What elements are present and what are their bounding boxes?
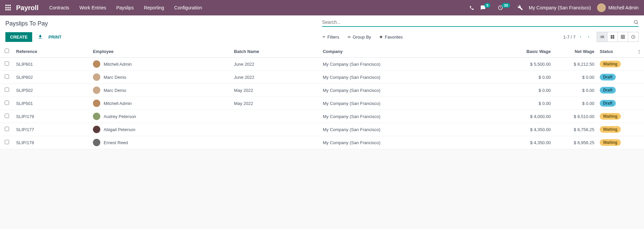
cell-basic-wage: $ 0.00: [503, 71, 553, 84]
cell-employee: Marc Demo: [93, 87, 229, 94]
cell-net-wage: $ 6,956.25: [553, 136, 597, 149]
debug-icon[interactable]: [518, 5, 523, 10]
menu-contracts[interactable]: Contracts: [49, 5, 69, 10]
row-checkbox[interactable]: [5, 127, 9, 131]
menu-payslips[interactable]: Payslips: [116, 5, 134, 10]
view-switcher: [597, 32, 639, 42]
col-reference[interactable]: Reference: [13, 45, 90, 58]
menu-configuration[interactable]: Configuration: [174, 5, 202, 10]
view-pivot-icon[interactable]: [618, 32, 628, 42]
cell-batch: June 2022: [231, 71, 320, 84]
employee-avatar-icon: [93, 139, 100, 146]
employee-name: Ernest Reed: [104, 140, 128, 145]
table-row[interactable]: SLIP601Mitchell AdminJune 2022My Company…: [0, 58, 644, 71]
list-icon: [347, 35, 351, 39]
cell-batch: [231, 136, 320, 149]
cell-net-wage: $ 0.00: [553, 71, 597, 84]
cell-net-wage: $ 6,510.00: [553, 110, 597, 123]
search-bar[interactable]: [322, 19, 639, 27]
groupby-button[interactable]: Group By: [347, 35, 371, 40]
pager-prev-icon[interactable]: [579, 35, 582, 39]
app-brand[interactable]: Payroll: [16, 4, 39, 12]
cell-batch: [231, 123, 320, 136]
cell-company: My Company (San Francisco): [320, 84, 503, 97]
cell-reference: SLIP501: [13, 97, 90, 110]
row-checkbox[interactable]: [5, 88, 9, 92]
messages-icon[interactable]: 5: [480, 5, 492, 10]
control-panel: Payslips To Pay CREATE PRINT Filters: [0, 15, 644, 45]
cell-company: My Company (San Francisco): [320, 58, 503, 71]
col-status[interactable]: Status: [597, 45, 634, 58]
cell-basic-wage: $ 5,500.00: [503, 58, 553, 71]
status-badge: Draft: [600, 87, 616, 94]
row-checkbox[interactable]: [5, 61, 9, 66]
cell-company: My Company (San Francisco): [320, 136, 503, 149]
col-net-wage[interactable]: Net Wage: [553, 45, 597, 58]
pager-text[interactable]: 1-7 / 7: [563, 35, 576, 40]
svg-rect-3: [613, 35, 614, 37]
download-icon[interactable]: [38, 34, 43, 40]
employee-avatar-icon: [93, 60, 100, 68]
phone-icon[interactable]: [469, 5, 474, 10]
cell-net-wage: $ 6,756.25: [553, 123, 597, 136]
search-input[interactable]: [322, 19, 633, 25]
cell-employee: Mitchell Admin: [93, 100, 229, 107]
col-batch[interactable]: Batch Name: [231, 45, 320, 58]
col-employee[interactable]: Employee: [90, 45, 231, 58]
cell-employee: Audrey Peterson: [93, 113, 229, 120]
cell-employee: Mitchell Admin: [93, 60, 229, 68]
nav-right: 5 30 My Company (San Francisco) Mitchell…: [469, 3, 639, 12]
employee-avatar-icon: [93, 73, 100, 81]
cell-basic-wage: $ 0.00: [503, 97, 553, 110]
column-options-icon[interactable]: ⋮: [634, 45, 644, 58]
row-checkbox[interactable]: [5, 114, 9, 118]
employee-name: Mitchell Admin: [104, 101, 132, 106]
col-basic-wage[interactable]: Basic Wage: [503, 45, 553, 58]
cell-company: My Company (San Francisco): [320, 97, 503, 110]
row-checkbox[interactable]: [5, 101, 9, 105]
view-kanban-icon[interactable]: [607, 32, 618, 42]
table-row[interactable]: SLIP/178Ernest ReedMy Company (San Franc…: [0, 136, 644, 149]
select-all-checkbox[interactable]: [5, 49, 9, 53]
filters-button[interactable]: Filters: [322, 35, 339, 40]
cell-basic-wage: $ 4,000.00: [503, 110, 553, 123]
status-badge: Waiting: [600, 126, 621, 133]
create-button[interactable]: CREATE: [5, 32, 32, 42]
employee-name: Mitchell Admin: [104, 62, 132, 67]
row-checkbox[interactable]: [5, 74, 9, 79]
cell-reference: SLIP/179: [13, 110, 90, 123]
svg-rect-6: [621, 35, 625, 39]
cell-batch: [231, 110, 320, 123]
search-icon[interactable]: [633, 19, 639, 25]
user-menu[interactable]: Mitchell Admin: [597, 3, 639, 12]
view-activity-icon[interactable]: [628, 32, 639, 42]
favorites-button[interactable]: Favorites: [379, 35, 402, 40]
table-row[interactable]: SLIP602Marc DemoJune 2022My Company (San…: [0, 71, 644, 84]
main-menu: Contracts Work Entries Payslips Reportin…: [49, 5, 469, 10]
pager-next-icon[interactable]: [587, 35, 590, 39]
status-badge: Draft: [600, 100, 616, 107]
filters-label: Filters: [327, 35, 339, 40]
cell-reference: SLIP601: [13, 58, 90, 71]
status-badge: Waiting: [600, 61, 621, 67]
user-avatar-icon: [597, 3, 606, 12]
print-button[interactable]: PRINT: [48, 35, 61, 40]
menu-reporting[interactable]: Reporting: [144, 5, 164, 10]
view-list-icon[interactable]: [597, 32, 607, 42]
cell-reference: SLIP/177: [13, 123, 90, 136]
table-row[interactable]: SLIP502Marc DemoMay 2022My Company (San …: [0, 84, 644, 97]
activities-icon[interactable]: 30: [498, 5, 511, 10]
cell-company: My Company (San Francisco): [320, 71, 503, 84]
row-checkbox[interactable]: [5, 140, 9, 144]
table-row[interactable]: SLIP/177Abigail PetersonMy Company (San …: [0, 123, 644, 136]
favorites-label: Favorites: [385, 35, 402, 40]
employee-avatar-icon: [93, 113, 100, 120]
col-company[interactable]: Company: [320, 45, 503, 58]
company-selector[interactable]: My Company (San Francisco): [529, 5, 591, 10]
table-row[interactable]: SLIP/179Audrey PetersonMy Company (San F…: [0, 110, 644, 123]
cell-employee: Abigail Peterson: [93, 126, 229, 133]
apps-icon[interactable]: [5, 5, 11, 11]
cell-company: My Company (San Francisco): [320, 110, 503, 123]
menu-work-entries[interactable]: Work Entries: [79, 5, 106, 10]
table-row[interactable]: SLIP501Mitchell AdminMay 2022My Company …: [0, 97, 644, 110]
